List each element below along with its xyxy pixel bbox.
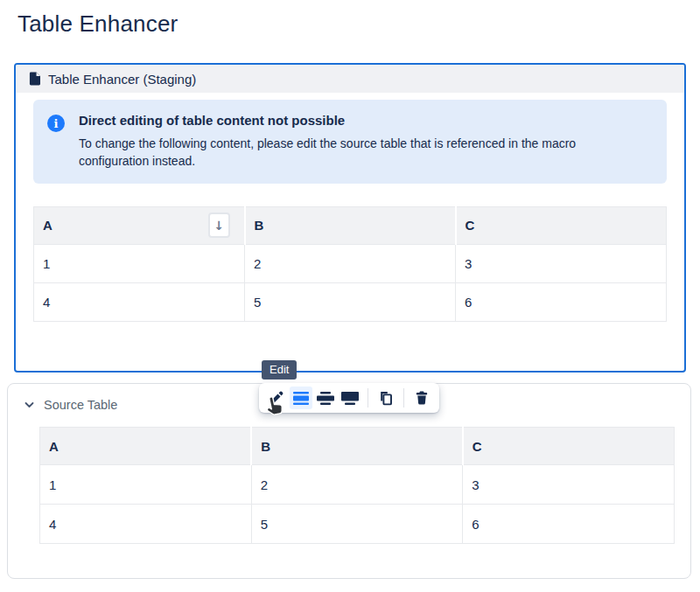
- source-table-expand-toggle[interactable]: Source Table: [8, 384, 117, 412]
- source-table-body: A B C 1 2 3 4 5 6: [8, 412, 690, 544]
- source-cell: 1: [40, 465, 252, 505]
- source-table-row: 4 5 6: [40, 505, 675, 544]
- arrow-down-icon: ↓: [214, 219, 224, 233]
- staging-table-row: 1 2 3: [34, 244, 667, 282]
- staging-table: A ↓ B C 1 2 3: [33, 206, 667, 322]
- trash-icon: [416, 391, 428, 405]
- toolbar-separator: [403, 388, 404, 407]
- sort-column-button[interactable]: ↓: [208, 212, 230, 238]
- copy-icon: [379, 391, 393, 406]
- info-banner-title: Direct editing of table content not poss…: [79, 113, 626, 128]
- chevron-down-icon: [24, 401, 34, 408]
- staging-panel-title: Table Enhancer (Staging): [48, 72, 196, 87]
- delete-button[interactable]: [410, 387, 433, 409]
- document-icon: [29, 72, 40, 86]
- layout-wide-icon: [317, 392, 334, 405]
- source-table-header-a: A: [40, 428, 252, 465]
- staging-panel-header[interactable]: Table Enhancer (Staging): [16, 65, 684, 93]
- staging-cell: 2: [245, 244, 456, 282]
- staging-panel-body: i Direct editing of table content not po…: [16, 93, 684, 322]
- source-cell: 5: [251, 505, 463, 544]
- staging-macro-panel[interactable]: Table Enhancer (Staging) i Direct editin…: [14, 63, 686, 373]
- source-table-label: Source Table: [44, 398, 117, 412]
- staging-table-header-row: A ↓ B C: [34, 206, 667, 244]
- toolbar-separator: [368, 388, 368, 407]
- info-banner-body: To change the following content, please …: [79, 135, 626, 171]
- macro-toolbar: [259, 383, 439, 413]
- source-table-header-c: C: [463, 428, 675, 465]
- source-cell: 4: [40, 505, 252, 544]
- layout-full-width-icon: [341, 392, 359, 405]
- layout-full-width-button[interactable]: [339, 387, 361, 409]
- info-icon: i: [47, 115, 65, 132]
- staging-table-header-c: C: [456, 206, 667, 244]
- source-table-header-row: A B C: [40, 428, 675, 465]
- source-cell: 2: [251, 465, 463, 505]
- layout-wide-button[interactable]: [314, 387, 337, 409]
- staging-table-header-a: A ↓: [34, 206, 245, 244]
- layout-center-icon: [293, 392, 309, 405]
- staging-cell: 1: [34, 244, 245, 282]
- source-cell: 6: [463, 505, 675, 544]
- staging-cell: 3: [456, 244, 667, 282]
- source-table-row: 1 2 3: [40, 465, 675, 505]
- page: Table Enhancer Table Enhancer (Staging) …: [0, 0, 700, 592]
- info-banner: i Direct editing of table content not po…: [33, 100, 667, 184]
- layout-center-button[interactable]: [290, 387, 312, 409]
- staging-cell: 5: [245, 282, 456, 321]
- staging-table-row: 4 5 6: [34, 282, 667, 321]
- source-cell: 3: [463, 465, 675, 505]
- staging-table-header-b: B: [245, 206, 456, 244]
- copy-button[interactable]: [374, 387, 397, 409]
- staging-cell: 6: [456, 282, 667, 321]
- page-title: Table Enhancer: [18, 10, 178, 38]
- source-table-header-b: B: [251, 428, 463, 465]
- staging-cell: 4: [34, 282, 245, 321]
- source-table: A B C 1 2 3 4 5 6: [39, 427, 675, 544]
- edit-tooltip: Edit: [262, 360, 297, 380]
